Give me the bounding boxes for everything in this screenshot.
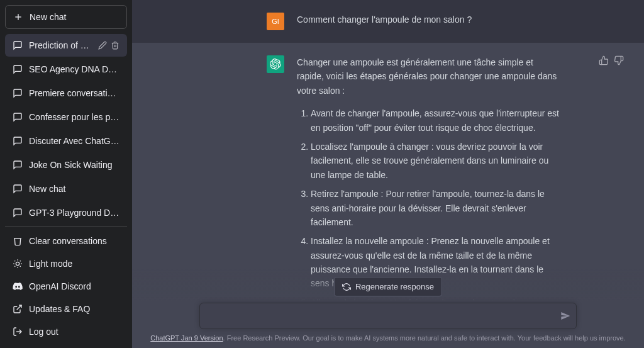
chat-input[interactable] <box>199 303 577 329</box>
plus-icon <box>13 12 23 22</box>
chat-item-label: Premiere conversation manqu <box>29 88 119 98</box>
chat-item[interactable]: SEO Agency DNA Description. <box>5 58 127 81</box>
chat-item[interactable]: Prediction of McDonal <box>5 34 127 57</box>
chat-item[interactable]: Confesser pour les péchés? <box>5 106 127 128</box>
chat-item-label: SEO Agency DNA Description. <box>29 64 119 74</box>
chat-icon <box>13 88 23 98</box>
step-item: Avant de changer l'ampoule, assurez-vous… <box>311 106 561 135</box>
chat-item-label: Discuter Avec ChatGPT <box>29 136 119 146</box>
trash-icon[interactable] <box>111 41 119 50</box>
footer-label: Updates & FAQ <box>29 304 90 314</box>
chat-icon <box>13 160 23 170</box>
step-item: Retirez l'ampoule : Pour retirer l'ampou… <box>311 187 561 229</box>
footer-disclaimer: ChatGPT Jan 9 Version. Free Research Pre… <box>145 334 631 342</box>
clear-conversations-button[interactable]: Clear conversations <box>5 230 127 252</box>
openai-logo-icon <box>270 59 281 70</box>
svg-point-2 <box>16 262 19 265</box>
discord-button[interactable]: OpenAI Discord <box>5 275 127 298</box>
version-link[interactable]: ChatGPT Jan 9 Version <box>150 334 223 342</box>
chat-icon <box>13 136 23 146</box>
external-link-icon <box>13 304 23 314</box>
user-message-row: GI Comment changer l'ampoule de mon salo… <box>132 0 644 43</box>
footer-label: Log out <box>29 327 58 337</box>
new-chat-label: New chat <box>30 12 66 22</box>
regenerate-label: Regenerate response <box>355 282 434 291</box>
chat-list: Prediction of McDonal SEO Agency DNA Des… <box>5 34 127 227</box>
sidebar: New chat Prediction of McDonal SEO Agenc… <box>0 0 132 348</box>
footer-label: Light mode <box>29 259 72 269</box>
footer-label: OpenAI Discord <box>29 281 91 291</box>
discord-icon <box>13 281 23 291</box>
updates-faq-button[interactable]: Updates & FAQ <box>5 298 127 320</box>
step-item: Localisez l'ampoule à changer : vous dev… <box>311 140 561 182</box>
chat-icon <box>13 112 23 122</box>
assistant-avatar <box>267 55 284 73</box>
chat-item[interactable]: GPT-3 Playground Date <box>5 201 127 224</box>
svg-line-10 <box>20 261 21 261</box>
chat-icon <box>13 40 23 50</box>
chat-item-label: Confesser pour les péchés? <box>29 112 119 122</box>
sidebar-footer: Clear conversations Light mode OpenAI Di… <box>5 227 127 343</box>
chat-item[interactable]: Joke On Sick Waiting <box>5 154 127 176</box>
logout-icon <box>13 327 23 337</box>
input-area: Regenerate response ChatGPT Jan 9 Versio… <box>132 269 644 348</box>
chat-item-label: GPT-3 Playground Date <box>29 208 119 218</box>
logout-button[interactable]: Log out <box>5 320 127 343</box>
user-message-text: Comment changer l'ampoule de mon salon ? <box>297 13 586 30</box>
assistant-intro: Changer une ampoule est généralement une… <box>297 55 561 98</box>
edit-icon[interactable] <box>98 41 107 50</box>
sun-icon <box>13 259 23 269</box>
user-avatar: GI <box>267 13 284 30</box>
thumbs-down-icon[interactable] <box>614 55 624 65</box>
svg-line-9 <box>14 266 15 267</box>
chat-item-label: Joke On Sick Waiting <box>29 160 119 170</box>
thumbs-up-icon[interactable] <box>599 55 609 65</box>
chat-icon <box>13 184 23 194</box>
svg-line-11 <box>17 305 21 310</box>
chat-item[interactable]: Discuter Avec ChatGPT <box>5 130 127 152</box>
chat-item[interactable]: New chat <box>5 177 127 200</box>
chat-icon <box>13 64 23 74</box>
new-chat-button[interactable]: New chat <box>5 5 127 29</box>
light-mode-button[interactable]: Light mode <box>5 252 127 275</box>
send-icon[interactable] <box>560 311 570 321</box>
chat-icon <box>13 208 23 218</box>
main-area: GI Comment changer l'ampoule de mon salo… <box>132 0 644 348</box>
footer-label: Clear conversations <box>29 236 107 246</box>
chat-item-label: New chat <box>29 184 119 194</box>
refresh-icon <box>342 283 351 291</box>
regenerate-button[interactable]: Regenerate response <box>334 277 442 296</box>
chat-item[interactable]: Premiere conversation manqu <box>5 82 127 104</box>
chat-item-label: Prediction of McDonal <box>29 40 92 50</box>
svg-line-5 <box>14 261 15 261</box>
svg-line-6 <box>20 266 21 267</box>
trash-icon <box>13 236 23 246</box>
